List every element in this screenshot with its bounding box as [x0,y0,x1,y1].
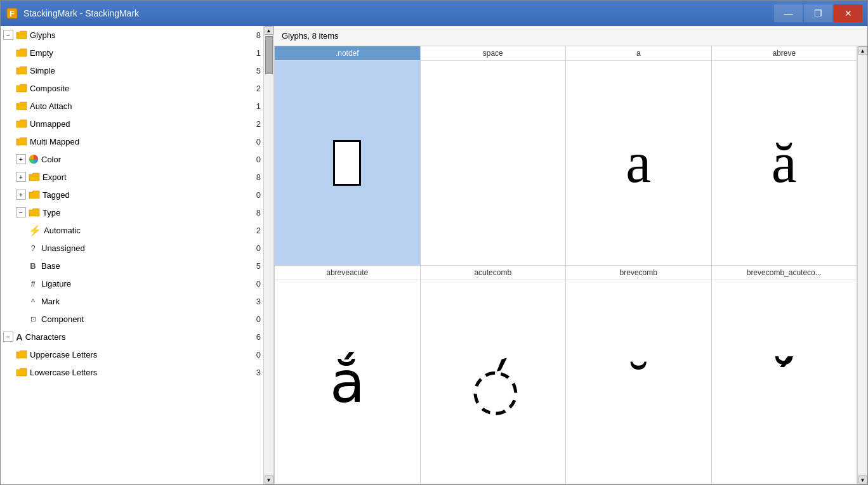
tree-label-tagged: Tagged [43,190,248,200]
tree-item-unmapped[interactable]: Unmapped 2 [1,115,263,133]
tree-count-tagged: 0 [251,190,261,200]
minimize-button[interactable]: — [774,4,803,22]
glyph-name-acutecomb: acutecomb [421,266,566,280]
right-panel: Glyphs, 8 items .notdef space [274,26,867,484]
right-scroll-down[interactable]: ▼ [858,475,867,484]
folder-icon-glyphs [16,30,27,39]
glyph-name-abreve: abreve [712,46,857,61]
tree-count-characters: 6 [251,332,261,342]
folder-icon-simple [16,66,27,75]
tree-count-base: 5 [251,261,261,271]
tree-label-lowercase: Lowercase Letters [30,368,248,377]
glyph-cell-space[interactable]: space [421,46,567,266]
tree-item-type[interactable]: − Type 8 [1,204,263,221]
tree-count-uppercase: 0 [251,350,261,359]
question-icon: ? [29,243,37,253]
tree-item-base[interactable]: B Base 5 [1,257,263,275]
tree-item-export[interactable]: + Export 8 [1,168,263,186]
tree-count-type: 8 [251,208,261,217]
tree-item-lowercase[interactable]: Lowercase Letters 3 [1,363,263,381]
glyph-preview-brevecomb: ˘ [622,280,654,484]
characters-A-icon: A [16,332,23,342]
tree-item-simple[interactable]: Simple 5 [1,61,263,79]
glyph-preview-brevecombacute: ˘́ [763,280,805,484]
toggle-tagged[interactable]: + [16,190,26,200]
tree-count-unmapped: 2 [251,119,261,129]
glyph-cell-brevecomb[interactable]: brevecomb ˘ [566,266,712,485]
glyph-preview-a: a [619,61,657,265]
tree-count-lowercase: 3 [251,368,261,377]
right-scrollbar: ▲ ▼ [857,46,867,484]
tree-label-glyphs: Glyphs [30,30,248,40]
glyph-cell-acutecomb[interactable]: acutecomb ◌́ [421,266,567,485]
toggle-export[interactable]: + [16,172,26,182]
glyph-name-brevecomb: brevecomb [566,266,711,280]
folder-icon-empty [16,48,27,57]
tree-label-base: Base [41,261,248,271]
restore-button[interactable]: ❐ [804,4,832,22]
glyph-cell-a[interactable]: a a [566,46,712,266]
tree-label-component: Component [41,314,248,324]
glyph-name-space: space [421,46,566,61]
tree-item-unassigned[interactable]: ? Unassigned 0 [1,239,263,257]
tree-item-color[interactable]: + Color 0 [1,150,263,168]
toggle-glyphs[interactable]: − [3,30,13,40]
folder-icon-lowercase [16,368,27,377]
tree-count-color: 0 [251,155,261,164]
tree-item-empty[interactable]: Empty 1 [1,44,263,61]
tree-item-automatic[interactable]: ⚡ Automatic 2 [1,221,263,239]
tree-label-type: Type [43,208,248,217]
tree-item-ligature[interactable]: fi Ligature 0 [1,275,263,292]
tree-item-autoattach[interactable]: Auto Attach 1 [1,97,263,115]
folder-icon-multimapped [16,137,27,146]
tree-count-multimapped: 0 [251,137,261,146]
left-scroll-up[interactable]: ▲ [265,26,273,35]
tree-item-mark[interactable]: ^ Mark 3 [1,292,263,310]
right-scroll-up[interactable]: ▲ [858,46,867,55]
glyph-preview-abreve: ă [765,61,803,265]
left-scroll-track [264,35,273,475]
tree-item-multimapped[interactable]: Multi Mapped 0 [1,133,263,150]
titlebar-buttons: — ❐ ✕ [774,4,862,22]
tree-count-composite: 2 [251,84,261,93]
tree-item-component[interactable]: ⊡ Component 0 [1,310,263,328]
folder-icon-composite [16,84,27,93]
tree-item-glyphs[interactable]: − Glyphs 8 [1,26,263,44]
tree-item-composite[interactable]: Composite 2 [1,79,263,97]
left-panel: − Glyphs 8 Empty 1 Simple [1,26,264,484]
glyph-name-abreveacute: abreveacute [275,266,420,280]
tree-label-characters: Characters [25,332,248,342]
left-scroll-thumb[interactable] [265,36,273,74]
panel-header-label: Glyphs, 8 items [282,31,339,41]
folder-icon-uppercase [16,350,27,359]
tree-label-uppercase: Uppercase Letters [30,350,248,359]
close-button[interactable]: ✕ [834,4,862,22]
grid-wrapper: .notdef space a a abreve [274,46,867,484]
tree-label-export: Export [43,172,248,182]
ligature-icon: fi [29,279,37,288]
tree-item-tagged[interactable]: + Tagged 0 [1,186,263,204]
pie-icon-color [29,154,39,164]
main-area: − Glyphs 8 Empty 1 Simple [1,26,867,484]
toggle-color[interactable]: + [16,154,26,164]
folder-icon-unmapped [16,119,27,128]
tree-label-empty: Empty [30,48,248,58]
glyph-name-a: a [566,46,711,61]
tree-count-unassigned: 0 [251,243,261,253]
tree-count-ligature: 0 [251,279,261,288]
glyph-cell-abreveacute[interactable]: abreveacute ắ [275,266,421,485]
glyph-cell-brevecombacute[interactable]: brevecomb_acuteco... ˘́ [712,266,858,485]
tree-item-uppercase[interactable]: Uppercase Letters 0 [1,346,263,363]
toggle-characters[interactable]: − [3,332,13,342]
glyph-cell-notdef[interactable]: .notdef [275,46,421,266]
tree-label-multimapped: Multi Mapped [30,137,248,146]
mark-icon: ^ [29,297,37,306]
left-scroll-down[interactable]: ▼ [265,475,273,484]
tree-label-color: Color [41,155,248,164]
panel-header: Glyphs, 8 items [274,26,867,46]
titlebar: F StackingMark - StackingMark — ❐ ✕ [1,1,867,26]
glyph-cell-abreve[interactable]: abreve ă [712,46,858,266]
toggle-type[interactable]: − [16,207,26,217]
tree-item-characters[interactable]: − A Characters 6 [1,328,263,346]
svg-text:F: F [10,9,15,18]
